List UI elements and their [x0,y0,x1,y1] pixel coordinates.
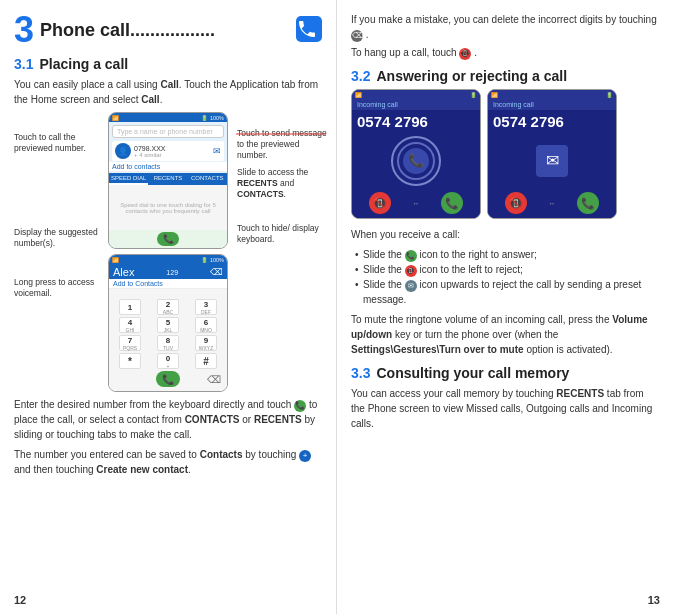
dialer1-container: 📶🔋 100% Type a name or phone number 👤 07… [104,112,232,249]
dialer1-call-area: 📞 [109,230,227,248]
dialer1-center-area: Speed dial to one touch dialing for 5 co… [109,185,227,230]
swipe-hint: ↔ [412,192,419,214]
key-1[interactable]: 1 [119,299,141,315]
key-9[interactable]: 9WXYZ [195,335,217,351]
ring-circle-inner-1: 📞 [397,142,435,180]
incoming-phone-2: 📶🔋 Incoming call 0574 2796 ✉ 📵 ↔ 📞 [487,89,617,219]
dialer1-avatar: 👤 [115,143,131,159]
svg-rect-0 [296,16,322,42]
section-3-1-title: Placing a call [39,56,128,72]
annotation-display-numbers: Display the suggested number(s). [14,227,99,249]
msg-icon-bullet: ✉ [405,280,417,292]
two-phones-row: 📶🔋 Incoming call 0574 2796 📞 📵 ↔ 📞 [351,89,660,219]
dialer-tab-recents[interactable]: RECENTS [148,173,187,185]
arrow-msg [236,134,237,135]
numpad-row-4: * 0+ # [111,353,225,369]
incoming-actions-1: 📵 ↔ 📞 [352,188,480,218]
dialer2-container: 📶🔋 100% Alex 129 ⌫ Add to Contacts 1 2AB… [104,254,232,392]
answer-btn-1[interactable]: 📞 [441,192,463,214]
delete-icon[interactable]: ⌫ [210,267,223,277]
save-text: The number you entered can be saved to C… [14,447,322,477]
section-3-3-title: Consulting your call memory [376,365,569,381]
numpad-bottom-row: 📞 ⌫ [111,371,225,387]
bullet-2: Slide the 📵 icon to the left to reject; [355,262,660,277]
key-3[interactable]: 3DEF [195,299,217,315]
annotation-hide-keyboard: Touch to hide/ display keyboard. [237,223,327,245]
right-page: If you make a mistake, you can delete th… [337,0,674,614]
phone-mocks-with-annotations: Touch to call the previewed number. Disp… [14,112,322,392]
spacer [111,371,133,387]
page-number-right: 13 [648,594,660,606]
answer-btn-2[interactable]: 📞 [577,192,599,214]
dialer1-search[interactable]: Type a name or phone number [112,125,224,138]
key-6[interactable]: 6MNO [195,317,217,333]
incoming-screen-2: ✉ [488,133,616,188]
incoming-number-2: 0574 2796 [488,110,616,133]
contacts-icon-inline: + [299,450,311,462]
dialer2-numpad: 1 2ABC 3DEF 4GHI 5JKL 6MNO 7PQRS 8TUV [109,289,227,391]
reject-btn-2[interactable]: 📵 [505,192,527,214]
numpad-row-1: 1 2ABC 3DEF [111,299,225,315]
intro-text: You can easily place a call using Call. … [14,77,322,107]
page-number-left: 12 [14,594,26,606]
top-text-2: To hang up a call, touch 📵 . [351,45,660,60]
ring-circle-1: 📞 [391,136,441,186]
key-2[interactable]: 2ABC [157,299,179,315]
hangup-icon-inline: 📵 [459,48,471,60]
incoming-screen-1: 📞 [352,133,480,188]
dialer1-mock: 📶🔋 100% Type a name or phone number 👤 07… [108,112,228,249]
key-7[interactable]: 7PQRS [119,335,141,351]
annotation-send-msg: Touch to send message to the previewed n… [237,128,327,161]
incoming-number-1: 0574 2796 [352,110,480,133]
dialer1-msg-icon[interactable]: ✉ [213,146,221,156]
section-3-1-header: 3.1 Placing a call [14,56,322,72]
bullet-1: Slide the 📞 icon to the right to answer; [355,247,660,262]
key-5[interactable]: 5JKL [157,317,179,333]
section-3-1-num: 3.1 [14,56,33,72]
call-icon-inline: 📞 [294,400,306,412]
phone-icon-header [296,16,322,44]
section-3-2-header: 3.2 Answering or rejecting a call [351,68,660,84]
bullet-3: Slide the ✉ icon upwards to reject the c… [355,277,660,307]
delete-icon-inline: ⌫ [351,30,363,42]
dialer2-mock: 📶🔋 100% Alex 129 ⌫ Add to Contacts 1 2AB… [108,254,228,392]
answer-icon-bullet: 📞 [405,250,417,262]
key-star[interactable]: * [119,353,141,369]
dialer2-num-display: Alex 129 ⌫ [109,264,227,279]
incoming-actions-2: 📵 ↔ 📞 [488,188,616,218]
call-phone-icon-1: 📞 [403,148,429,174]
when-receive: When you receive a call: [351,227,660,242]
chapter-header: 3 Phone call................. [14,12,322,48]
reject-btn-1[interactable]: 📵 [369,192,391,214]
section-3-2-title: Answering or rejecting a call [376,68,567,84]
dialer-tab-contacts[interactable]: CONTACTS [188,173,227,185]
chapter-number: 3 [14,12,34,48]
dialer1-tabs: SPEED DIAL RECENTS CONTACTS [109,173,227,185]
dialer1-contact-info: 0798.XXX + 4 similar [134,145,166,158]
chapter-title: Phone call................. [40,20,292,41]
dialer1-add-contacts[interactable]: Add to contacts [109,162,227,172]
numpad-row-3: 7PQRS 8TUV 9WXYZ [111,335,225,351]
section-3-2-num: 3.2 [351,68,370,84]
dialer2-statusbar: 📶🔋 100% [109,255,227,264]
dialer2-add-contact[interactable]: Add to Contacts [109,279,227,289]
call-button[interactable]: 📞 [156,371,180,387]
incoming-phone-1: 📶🔋 Incoming call 0574 2796 📞 📵 ↔ 📞 [351,89,481,219]
incoming-label-1: Incoming call [352,99,480,110]
dialer1-contact-row: 👤 0798.XXX + 4 similar ✉ [112,141,224,161]
swipe-hint-2: ↔ [548,192,555,214]
dialer1-call-btn[interactable]: 📞 [157,232,179,246]
mute-text: To mute the ringtone volume of an incomi… [351,312,660,357]
incoming-statusbar-1: 📶🔋 [352,90,480,99]
annotation-long-press: Long press to access voicemail. [14,277,99,299]
key-0[interactable]: 0+ [157,353,179,369]
del-button[interactable]: ⌫ [203,371,225,387]
phone-mocks-column: 📶🔋 100% Type a name or phone number 👤 07… [104,112,232,392]
key-hash[interactable]: # [195,353,217,369]
enter-text: Enter the desired number from the keyboa… [14,397,322,442]
key-4[interactable]: 4GHI [119,317,141,333]
message-icon-screen: ✉ [536,145,568,177]
incoming-label-2: Incoming call [488,99,616,110]
dialer-tab-speeddial[interactable]: SPEED DIAL [109,173,148,185]
key-8[interactable]: 8TUV [157,335,179,351]
